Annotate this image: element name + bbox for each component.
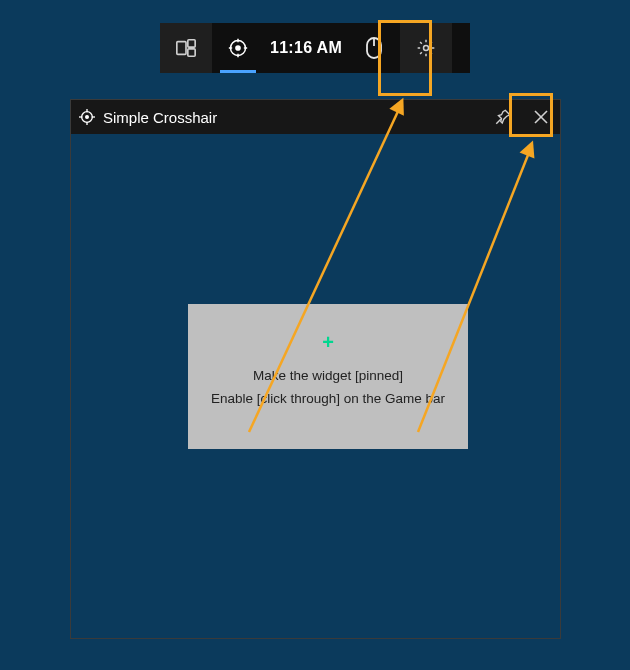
widget-title: Simple Crosshair [79, 109, 217, 126]
svg-point-13 [86, 116, 89, 119]
widget-titlebar[interactable]: Simple Crosshair [71, 100, 560, 134]
mouse-icon [365, 36, 383, 60]
instruction-panel: + Make the widget [pinned] Enable [click… [188, 304, 468, 449]
svg-point-11 [424, 46, 429, 51]
gamebar-clock: 11:16 AM [264, 23, 348, 73]
gamebar-widgets-button[interactable] [160, 23, 212, 73]
clock-text: 11:16 AM [270, 39, 342, 57]
crosshair-icon [79, 109, 95, 125]
pin-icon [494, 108, 512, 126]
gamebar-clickthrough-button[interactable] [348, 23, 400, 73]
instruction-line-clickthrough: Enable [click through] on the Game bar [188, 391, 468, 406]
game-bar: 11:16 AM [160, 23, 470, 73]
gamebar-crosshair-button[interactable] [212, 23, 264, 73]
widget-pin-button[interactable] [484, 100, 522, 134]
widget-title-label: Simple Crosshair [103, 109, 217, 126]
widget-action-area [484, 100, 560, 134]
widget-close-button[interactable] [522, 100, 560, 134]
crosshair-icon [228, 38, 248, 58]
svg-rect-2 [188, 49, 195, 56]
close-icon [534, 110, 548, 124]
gamebar-settings-button[interactable] [400, 23, 452, 73]
gear-icon [416, 38, 436, 58]
svg-rect-1 [188, 40, 195, 47]
svg-rect-0 [177, 42, 186, 55]
plus-icon: + [322, 332, 334, 352]
instruction-line-pinned: Make the widget [pinned] [188, 368, 468, 383]
widgets-icon [175, 37, 197, 59]
svg-point-4 [236, 46, 240, 50]
